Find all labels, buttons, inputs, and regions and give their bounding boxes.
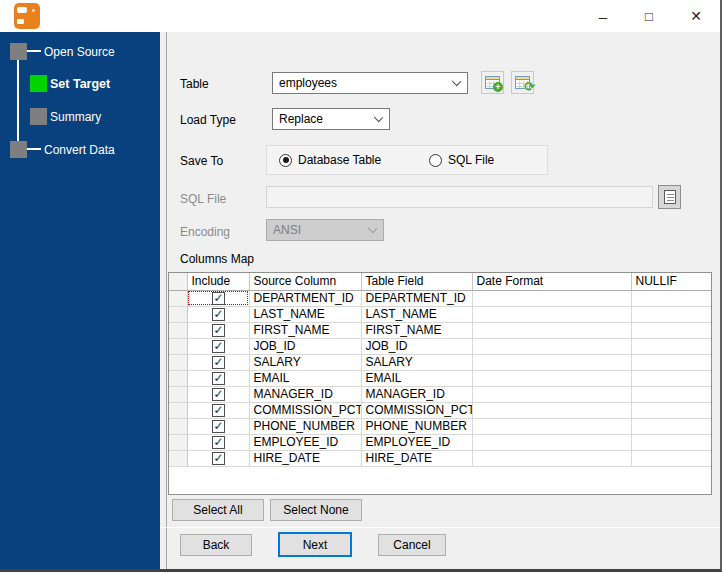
table-field-cell[interactable]: SALARY [361,354,472,370]
table-field-cell[interactable]: EMPLOYEE_ID [361,434,472,450]
table-field-cell[interactable]: JOB_ID [361,338,472,354]
checkbox-checked-icon[interactable] [212,308,225,321]
date-format-cell[interactable] [472,354,631,370]
table-field-cell[interactable]: EMAIL [361,370,472,386]
row-header[interactable] [169,290,187,306]
nullif-cell[interactable] [631,322,712,338]
table-field-cell[interactable]: FIRST_NAME [361,322,472,338]
maximize-button[interactable]: □ [626,0,672,32]
checkbox-checked-icon[interactable] [212,420,225,433]
nullif-cell[interactable] [631,354,712,370]
load-type-select[interactable]: Replace [272,108,390,130]
radio-sql-file[interactable]: SQL File [429,153,494,167]
include-cell[interactable] [187,322,249,338]
source-column-cell[interactable]: EMPLOYEE_ID [249,434,361,450]
checkbox-checked-icon[interactable] [212,292,225,305]
date-format-cell[interactable] [472,290,631,306]
checkbox-checked-icon[interactable] [212,324,225,337]
cancel-button[interactable]: Cancel [378,534,446,556]
table-select[interactable]: employees [272,72,468,94]
source-column-cell[interactable]: COMMISSION_PCT [249,402,361,418]
nullif-cell[interactable] [631,402,712,418]
browse-sql-file-button[interactable] [658,185,681,209]
checkbox-checked-icon[interactable] [212,356,225,369]
row-header[interactable] [169,354,187,370]
include-cell[interactable] [187,290,249,306]
nullif-cell[interactable] [631,306,712,322]
table-field-cell[interactable]: DEPARTMENT_ID [361,290,472,306]
date-format-cell[interactable] [472,338,631,354]
row-header[interactable] [169,386,187,402]
row-header[interactable] [169,450,187,466]
header-nullif: NULLIF [631,273,712,290]
source-column-cell[interactable]: HIRE_DATE [249,450,361,466]
row-header[interactable] [169,322,187,338]
checkbox-checked-icon[interactable] [212,452,225,465]
source-column-cell[interactable]: EMAIL [249,370,361,386]
checkbox-checked-icon[interactable] [212,388,225,401]
table-row: COMMISSION_PCTCOMMISSION_PCT [169,402,712,418]
include-cell[interactable] [187,354,249,370]
table-row: JOB_IDJOB_ID [169,338,712,354]
include-cell[interactable] [187,306,249,322]
table-field-cell[interactable]: LAST_NAME [361,306,472,322]
source-column-cell[interactable]: JOB_ID [249,338,361,354]
sql-file-input[interactable] [266,186,653,208]
nullif-cell[interactable] [631,418,712,434]
checkbox-checked-icon[interactable] [212,372,225,385]
table-field-cell[interactable]: HIRE_DATE [361,450,472,466]
source-column-cell[interactable]: DEPARTMENT_ID [249,290,361,306]
date-format-cell[interactable] [472,434,631,450]
include-cell[interactable] [187,386,249,402]
source-column-cell[interactable]: LAST_NAME [249,306,361,322]
checkbox-checked-icon[interactable] [212,404,225,417]
nullif-cell[interactable] [631,370,712,386]
table-field-cell[interactable]: MANAGER_ID [361,386,472,402]
back-button[interactable]: Back [180,534,252,556]
row-header[interactable] [169,418,187,434]
source-column-cell[interactable]: FIRST_NAME [249,322,361,338]
row-header[interactable] [169,370,187,386]
nullif-cell[interactable] [631,386,712,402]
checkbox-checked-icon[interactable] [212,436,225,449]
row-header[interactable] [169,434,187,450]
include-cell[interactable] [187,434,249,450]
create-table-button[interactable]: + [481,71,504,94]
next-button[interactable]: Next [278,532,352,557]
checkbox-checked-icon[interactable] [212,340,225,353]
source-column-cell[interactable]: MANAGER_ID [249,386,361,402]
header-date-format: Date Format [472,273,631,290]
close-icon: ✕ [690,8,702,24]
nullif-cell[interactable] [631,290,712,306]
minimize-button[interactable]: – [580,0,626,32]
date-format-cell[interactable] [472,370,631,386]
nullif-cell[interactable] [631,338,712,354]
source-column-cell[interactable]: SALARY [249,354,361,370]
date-format-cell[interactable] [472,322,631,338]
date-format-cell[interactable] [472,450,631,466]
nullif-cell[interactable] [631,450,712,466]
table-field-cell[interactable]: COMMISSION_PCT [361,402,472,418]
close-button[interactable]: ✕ [672,0,720,32]
refresh-tables-button[interactable]: ⟳ [511,71,534,94]
radio-unselected-icon [429,154,442,167]
include-cell[interactable] [187,402,249,418]
date-format-cell[interactable] [472,402,631,418]
include-cell[interactable] [187,418,249,434]
date-format-cell[interactable] [472,306,631,322]
nullif-cell[interactable] [631,434,712,450]
radio-database-table-label: Database Table [298,153,381,167]
select-all-button[interactable]: Select All [172,499,264,521]
row-header[interactable] [169,402,187,418]
include-cell[interactable] [187,450,249,466]
table-field-cell[interactable]: PHONE_NUMBER [361,418,472,434]
include-cell[interactable] [187,370,249,386]
date-format-cell[interactable] [472,386,631,402]
row-header[interactable] [169,338,187,354]
select-none-button[interactable]: Select None [270,499,362,521]
include-cell[interactable] [187,338,249,354]
date-format-cell[interactable] [472,418,631,434]
row-header[interactable] [169,306,187,322]
source-column-cell[interactable]: PHONE_NUMBER [249,418,361,434]
radio-database-table[interactable]: Database Table [279,153,381,167]
